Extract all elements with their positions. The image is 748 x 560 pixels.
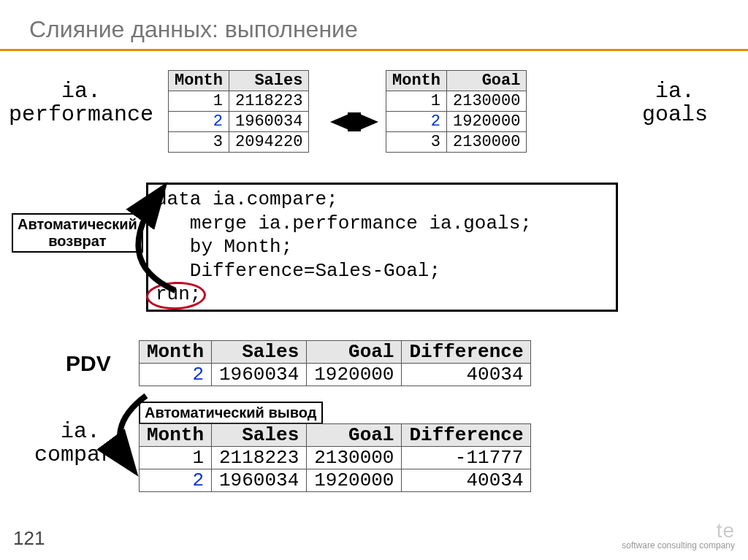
page-number: 121: [13, 527, 45, 550]
label-auto-output: Автоматический вывод: [139, 402, 323, 424]
footer-brand: te software consulting company: [622, 521, 735, 550]
table-performance: Month Sales 1 2118223 2 1960034 3 209422…: [168, 70, 309, 153]
slide-stage: ia. performance ia. goals Month Sales 1 …: [0, 51, 748, 533]
th-goal: Goal: [447, 71, 527, 91]
table-row: 1 2118223: [169, 91, 309, 112]
table-row: 1 2118223 2130000 -11777: [140, 447, 531, 469]
th-month: Month: [386, 71, 447, 91]
table-pdv: Month Sales Goal Difference 2 1960034 19…: [139, 340, 531, 386]
table-row: 2 1920000: [386, 112, 527, 132]
table-row: 3 2130000: [386, 132, 527, 153]
label-goals: ia. goals: [631, 80, 719, 126]
th-month: Month: [169, 71, 229, 91]
table-goals: Month Goal 1 2130000 2 1920000 3 2130000: [386, 70, 527, 153]
label-performance: ia. performance: [4, 80, 158, 126]
th-sales: Sales: [229, 71, 309, 91]
table-row: 2 1960034 1920000 40034: [140, 469, 531, 492]
table-row: 2 1960034: [169, 112, 309, 132]
arrow-merge-icon: [330, 112, 381, 131]
table-row: 1 2130000: [386, 91, 527, 112]
brand-tagline: software consulting company: [622, 540, 735, 551]
table-row: 2 1960034 1920000 40034: [140, 364, 531, 386]
label-compare: ia. compare: [29, 421, 131, 467]
table-compare: Month Sales Goal Difference 1 2118223 21…: [139, 423, 531, 492]
label-auto-return: Автоматический возврат: [12, 213, 143, 253]
brand-logo: te: [717, 519, 735, 542]
label-pdv: PDV: [66, 352, 111, 375]
table-row: 3 2094220: [169, 132, 309, 153]
code-block: data ia.compare; merge ia.performance ia…: [146, 183, 618, 312]
page-title: Слияние данных: выполнение: [0, 0, 748, 49]
